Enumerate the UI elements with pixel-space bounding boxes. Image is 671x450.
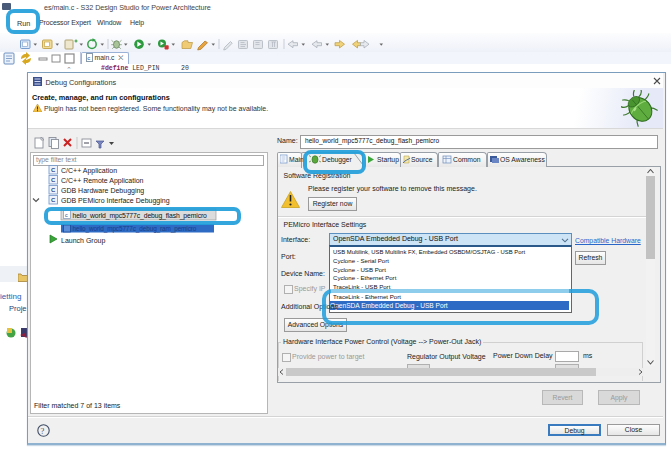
svg-text:C/C++ Application: C/C++ Application <box>61 167 117 175</box>
svg-text:Common: Common <box>453 156 481 163</box>
svg-text:hello_world_mpc5777c_debug_ram: hello_world_mpc5777c_debug_ram_pemicro <box>73 225 197 233</box>
svg-text:Source: Source <box>411 156 433 163</box>
svg-text:Startup: Startup <box>377 156 399 164</box>
svg-text:C: C <box>51 167 56 173</box>
svg-text:C: C <box>51 187 56 193</box>
svg-text:c: c <box>87 55 90 61</box>
svg-text:OS Awareness: OS Awareness <box>500 156 545 163</box>
svg-text:GDB PEMicro Interface Debuggin: GDB PEMicro Interface Debugging <box>61 197 170 205</box>
svg-text:Main: Main <box>289 156 304 163</box>
svg-text:C: C <box>51 197 56 203</box>
svg-text:?: ? <box>41 426 45 436</box>
svg-text:C/C++ Remote Application: C/C++ Remote Application <box>61 177 144 185</box>
svg-text:GDB Hardware Debugging: GDB Hardware Debugging <box>61 187 144 195</box>
svg-text:C: C <box>51 177 56 183</box>
svg-text:Launch Group: Launch Group <box>61 237 105 245</box>
